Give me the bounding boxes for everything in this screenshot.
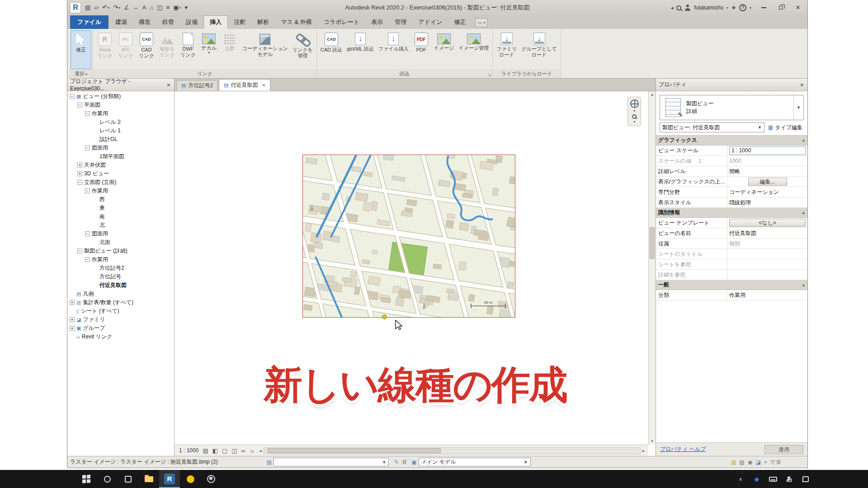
modify-button[interactable]: 修正 — [71, 30, 91, 69]
property-value-box[interactable]: 1 : 1000 — [729, 146, 806, 155]
ribbon-tab-insert[interactable]: 挿入 — [203, 15, 228, 29]
horizontal-scroll-thumb[interactable] — [268, 448, 441, 453]
type-selector-caret-icon[interactable]: ▼ — [793, 95, 803, 120]
obs-button[interactable] — [201, 470, 222, 488]
tree-item[interactable]: 1階平面図 — [67, 152, 174, 161]
scroll-right-icon[interactable]: ▸ — [641, 448, 646, 453]
revit-logo-icon[interactable]: R — [70, 2, 81, 13]
collapse-section-icon[interactable]: ∧ — [802, 211, 805, 215]
expand-plus-icon[interactable]: + — [77, 171, 82, 176]
expand-plus-icon[interactable]: + — [70, 300, 75, 305]
tree-item[interactable]: +▣グループ — [67, 324, 174, 333]
element-filter-select[interactable]: 製図ビュー: 付近見取図 ▼ — [660, 122, 764, 132]
property-value[interactable]: <なし> — [727, 218, 807, 228]
load-family-button[interactable]: ファミリ ロード — [494, 30, 519, 69]
manage-images-button[interactable]: イメージ管理 — [456, 30, 491, 69]
tree-item[interactable]: +3D ビュー — [67, 169, 174, 178]
ribbon-tab-manage[interactable]: 管理 — [389, 16, 412, 29]
expand-minus-icon[interactable]: − — [77, 103, 82, 108]
view-tab-fukin-mitorizu[interactable]: ▤付近見取図× — [219, 79, 270, 91]
qat-measure-icon[interactable]: ∠ — [123, 4, 131, 12]
tree-item[interactable]: −製図ビュー (詳細) — [67, 247, 174, 255]
editing-requests-badge[interactable]: ✎ :0 — [392, 459, 406, 465]
tree-item[interactable]: −図面用 — [67, 144, 174, 152]
edit-visibility-graphics-button[interactable]: 編集... — [748, 178, 787, 186]
crop-view-icon[interactable]: ▢ — [222, 448, 227, 454]
tree-item[interactable]: ▤凡例 — [67, 290, 174, 298]
tree-item[interactable]: レベル 1 — [67, 127, 174, 135]
tree-item[interactable]: 方位記号2 — [67, 264, 174, 272]
site-map-image[interactable]: 50 m — [303, 155, 515, 317]
tree-item[interactable]: −▦ビュー (分類順) — [67, 92, 174, 101]
qat-section-icon[interactable]: ◫ — [156, 4, 164, 12]
toggle-select-by-face-icon[interactable]: ◪ — [755, 459, 760, 465]
expand-minus-icon[interactable]: − — [85, 257, 90, 262]
zoom-icon[interactable] — [632, 114, 637, 119]
view-template-button[interactable]: <なし> — [729, 219, 806, 227]
link-dwf-button[interactable]: DWF リンク — [178, 30, 198, 69]
close-properties-icon[interactable]: × — [799, 81, 805, 89]
ime-mode-button[interactable]: あ — [781, 470, 797, 488]
expand-minus-icon[interactable]: − — [85, 231, 90, 236]
tree-item[interactable]: −作業用 — [67, 255, 174, 264]
link-cad-button[interactable]: CADCAD リンク — [136, 30, 157, 69]
expand-minus-icon[interactable]: − — [70, 94, 75, 99]
scroll-up-icon[interactable]: ▲ — [651, 91, 654, 98]
tree-item[interactable]: 南 — [67, 212, 174, 221]
recording-indicator-button[interactable] — [180, 470, 201, 488]
ribbon-tab-systems[interactable]: 設備 — [180, 16, 203, 29]
expand-plus-icon[interactable]: + — [77, 163, 82, 168]
username[interactable]: futakamisho — [694, 5, 723, 11]
view-tab-hoi-kigo-2[interactable]: ▤方位記号2 — [176, 80, 218, 91]
exchange-apps-icon[interactable]: ❖ — [731, 5, 736, 11]
image-grip-handle[interactable] — [382, 314, 387, 319]
manage-links-button[interactable]: リンクを 管理 — [290, 30, 315, 69]
property-value[interactable] — [727, 259, 807, 269]
qat-undo-icon[interactable]: ↶▾ — [101, 4, 111, 12]
property-section-graphics[interactable]: グラフィックス∧ — [656, 136, 807, 145]
ribbon-tab-analyze[interactable]: 解析 — [251, 16, 275, 29]
tree-item[interactable]: −平面図 — [67, 101, 174, 109]
tray-expand-button[interactable]: ∧ — [732, 470, 749, 488]
expand-plus-icon[interactable]: + — [70, 326, 75, 331]
tree-item[interactable]: 東 — [67, 204, 174, 212]
temporary-hide-isolate-icon[interactable]: ∞ — [241, 448, 245, 454]
show-crop-region-icon[interactable]: ◫ — [231, 448, 237, 454]
collapse-section-icon[interactable]: ∧ — [802, 138, 805, 143]
modify-selection-toggle[interactable]: ▭ ▾ — [475, 18, 487, 27]
expand-plus-icon[interactable]: + — [70, 317, 75, 322]
tree-item[interactable]: +◪ファミリ — [67, 315, 174, 324]
dropbox-tray-button[interactable]: ◆ — [749, 470, 765, 488]
file-explorer-button[interactable] — [138, 470, 159, 488]
property-value[interactable]: 付近見取図 — [727, 228, 807, 238]
zoom-menu-caret-icon[interactable]: ▾ — [633, 120, 635, 124]
tree-item[interactable]: 北 — [67, 221, 174, 230]
user-menu-caret-icon[interactable]: ▾ — [726, 6, 728, 10]
dialog-launcher-icon[interactable]: ↘ — [488, 73, 491, 77]
active-workset-select[interactable]: ▼ — [274, 458, 389, 466]
tree-item[interactable]: 付近見取図 — [67, 281, 174, 290]
steering-wheel-icon[interactable] — [630, 99, 639, 108]
ribbon-tab-modify-tab[interactable]: 修正 — [448, 16, 472, 29]
tree-item[interactable]: −立面図 (立面) — [67, 178, 174, 187]
tree-item[interactable]: 設計GL — [67, 135, 174, 144]
property-value[interactable]: 編集... — [727, 177, 807, 187]
coordination-model-button[interactable]: コーディネーション モデル — [240, 30, 290, 69]
close-view-tab-icon[interactable]: × — [262, 82, 266, 89]
import-cad-button[interactable]: CADCAD 読込 — [318, 30, 344, 69]
import-pdf-button[interactable]: PDFPDF — [411, 30, 432, 69]
vertical-scroll-thumb[interactable] — [650, 227, 655, 259]
tree-item[interactable]: −作業用 — [67, 187, 174, 195]
qat-default-3d-view-icon[interactable]: ⌂ — [148, 4, 155, 12]
help-menu-caret-icon[interactable]: ▾ — [750, 6, 751, 10]
import-gbxml-button[interactable]: gbXML 読込 — [344, 30, 376, 69]
tree-item[interactable]: 北面 — [67, 238, 174, 247]
property-value[interactable]: 簡略 — [727, 166, 807, 176]
tree-item[interactable]: +天井伏図 — [67, 161, 174, 169]
view-scale-button[interactable]: 1 : 1000 — [179, 447, 198, 454]
property-section-identity[interactable]: 識別情報∧ — [656, 208, 807, 218]
expand-minus-icon[interactable]: − — [77, 180, 82, 185]
import-image-button[interactable]: イメージ — [432, 30, 457, 69]
ribbon-tab-annotate[interactable]: 注釈 — [228, 16, 251, 29]
restore-button[interactable] — [772, 0, 789, 15]
